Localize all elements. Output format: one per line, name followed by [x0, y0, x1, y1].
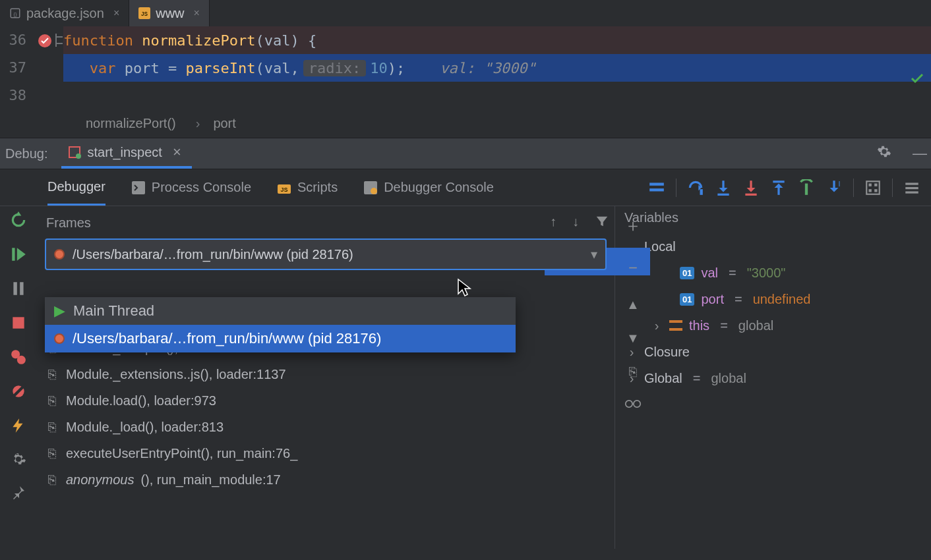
- variables-toolbar: ＋ － ▲ ▼ ⎘: [620, 214, 646, 410]
- mute-breakpoints-icon[interactable]: [10, 383, 27, 400]
- stack-frame[interactable]: ⎘Module._extensions..js(), loader:1137: [37, 361, 615, 387]
- variable-value: "3000": [747, 266, 786, 281]
- tab-debugger[interactable]: Debugger: [47, 169, 105, 206]
- code-text: (val) {: [255, 32, 316, 49]
- pin-icon[interactable]: [11, 484, 26, 500]
- stack-frames[interactable]: ⎘Module._compile(), loader:1105 ⎘Module.…: [37, 335, 615, 493]
- stack-frame[interactable]: ⎘Module._load(), loader:813: [37, 414, 615, 440]
- gear-icon[interactable]: [873, 144, 895, 163]
- equals: =: [689, 371, 705, 386]
- variable-row[interactable]: 01 port = undefined: [622, 286, 924, 312]
- tab-scripts[interactable]: JS Scripts: [278, 169, 338, 206]
- scope-label: Global: [644, 371, 682, 386]
- run-to-cursor-icon[interactable]: [798, 179, 815, 196]
- tab-process-console[interactable]: Process Console: [132, 169, 251, 206]
- more-icon[interactable]: [903, 179, 920, 196]
- scope-label: Closure: [644, 345, 690, 360]
- svg-rect-14: [700, 189, 703, 195]
- svg-text:JS: JS: [281, 186, 288, 193]
- stack-frame[interactable]: ⎘executeUserEntryPoint(), run_main:76_: [37, 440, 615, 466]
- remove-watch-icon[interactable]: －: [624, 256, 642, 279]
- inspection-ok-icon[interactable]: [910, 71, 924, 86]
- breadcrumb[interactable]: normalizePort() port: [0, 109, 931, 138]
- force-step-into-icon[interactable]: [742, 179, 760, 196]
- tab-www[interactable]: JS www ×: [129, 0, 210, 26]
- close-icon[interactable]: ×: [113, 7, 119, 19]
- line-number: 37: [0, 54, 26, 82]
- scope-global[interactable]: › Global = global: [622, 365, 924, 391]
- frame-down-icon[interactable]: ↓: [572, 214, 579, 229]
- add-watch-icon[interactable]: ＋: [624, 214, 642, 237]
- debugger-console-icon: [364, 181, 377, 194]
- breadcrumb-item[interactable]: normalizePort(): [86, 116, 176, 131]
- dropdown-item-label: Main Thread: [73, 302, 154, 320]
- svg-rect-24: [874, 189, 877, 192]
- frame-fn: anonymous: [66, 472, 134, 488]
- lightning-icon[interactable]: [10, 417, 27, 434]
- stack-frame[interactable]: ⎘anonymous(), run_main_module:17: [37, 466, 615, 493]
- view-breakpoints-icon[interactable]: [10, 349, 27, 366]
- dropdown-item-worker[interactable]: /Users/barbara/…from_run/bin/www (pid 28…: [45, 325, 516, 352]
- code-line-empty[interactable]: [63, 82, 931, 109]
- svg-text:{}: {}: [13, 11, 17, 17]
- rerun-icon[interactable]: [10, 211, 27, 229]
- breadcrumb-item[interactable]: port: [196, 116, 236, 131]
- debug-config-name: start_inspect: [88, 145, 162, 160]
- variables-tree[interactable]: ⌄ Local 01 val = "3000" 01 port = undefi…: [615, 229, 931, 395]
- play-icon: ▶: [54, 302, 65, 320]
- variable-row[interactable]: › this = global: [622, 312, 924, 339]
- close-icon[interactable]: ×: [194, 7, 200, 19]
- line-number: 38: [0, 82, 26, 109]
- settings-icon[interactable]: [11, 451, 26, 467]
- chevron-right-icon[interactable]: ›: [651, 318, 663, 333]
- code-line-current[interactable]: var port = parseInt(val,radix:10); val: …: [63, 54, 931, 82]
- gutter[interactable]: [32, 26, 63, 109]
- chevron-down-icon[interactable]: ▾: [591, 246, 597, 262]
- scope-local[interactable]: ⌄ Local: [622, 233, 924, 260]
- equals: =: [716, 318, 732, 333]
- resume-icon[interactable]: [10, 246, 27, 263]
- tab-package-json[interactable]: {} package.json ×: [0, 0, 129, 26]
- scope-closure[interactable]: › Closure: [622, 339, 924, 365]
- frame-icon: ⎘: [45, 446, 59, 461]
- variable-row[interactable]: 01 val = "3000": [622, 260, 924, 286]
- breakpoint-icon[interactable]: [37, 33, 53, 49]
- pause-icon[interactable]: [10, 280, 27, 297]
- thread-selector[interactable]: /Users/barbara/…from_run/bin/www (pid 28…: [45, 238, 607, 270]
- step-into-icon[interactable]: [715, 179, 732, 196]
- separator: [853, 179, 854, 197]
- code-editor[interactable]: 36 37 38 function normalizePort(val) { v…: [0, 26, 931, 109]
- minimize-icon[interactable]: —: [909, 145, 931, 162]
- drop-frame-icon[interactable]: I: [826, 179, 843, 196]
- svg-rect-18: [805, 183, 808, 194]
- dropdown-item-main-thread[interactable]: ▶ Main Thread: [45, 297, 516, 325]
- tab-label: Scripts: [297, 180, 338, 195]
- frame-icon: ⎘: [45, 472, 59, 488]
- layout-icon[interactable]: [648, 179, 665, 196]
- arrow-down-icon[interactable]: ▼: [626, 331, 640, 346]
- code-line[interactable]: function normalizePort(val) {: [63, 26, 931, 54]
- frame-up-icon[interactable]: ↑: [550, 214, 556, 229]
- thread-dropdown[interactable]: ▶ Main Thread /Users/barbara/…from_run/b…: [45, 297, 516, 352]
- filter-icon[interactable]: [595, 214, 609, 229]
- svg-rect-15: [717, 193, 729, 195]
- suspended-dot-icon: [54, 249, 65, 260]
- evaluate-icon[interactable]: [864, 179, 882, 196]
- stack-frame[interactable]: ⎘Module.load(), loader:973: [37, 387, 615, 414]
- frame-nav-controls: ↑ ↓: [550, 214, 609, 229]
- watch-glasses-icon[interactable]: [624, 398, 642, 410]
- tab-debugger-console[interactable]: Debugger Console: [364, 169, 494, 206]
- code-text: (val,: [255, 60, 299, 76]
- svg-text:JS: JS: [141, 11, 148, 17]
- step-out-icon[interactable]: [770, 179, 787, 196]
- stop-icon[interactable]: [10, 314, 27, 331]
- object-icon: [669, 320, 682, 331]
- equals: =: [731, 292, 746, 307]
- copy-icon[interactable]: ⎘: [629, 364, 637, 379]
- step-over-icon[interactable]: [687, 179, 704, 196]
- step-toolbar: I: [648, 169, 931, 206]
- tab-label: package.json: [26, 6, 104, 21]
- debug-session-tab[interactable]: start_inspect ×: [61, 138, 192, 169]
- arrow-up-icon[interactable]: ▲: [626, 297, 640, 312]
- close-icon[interactable]: ×: [169, 144, 185, 161]
